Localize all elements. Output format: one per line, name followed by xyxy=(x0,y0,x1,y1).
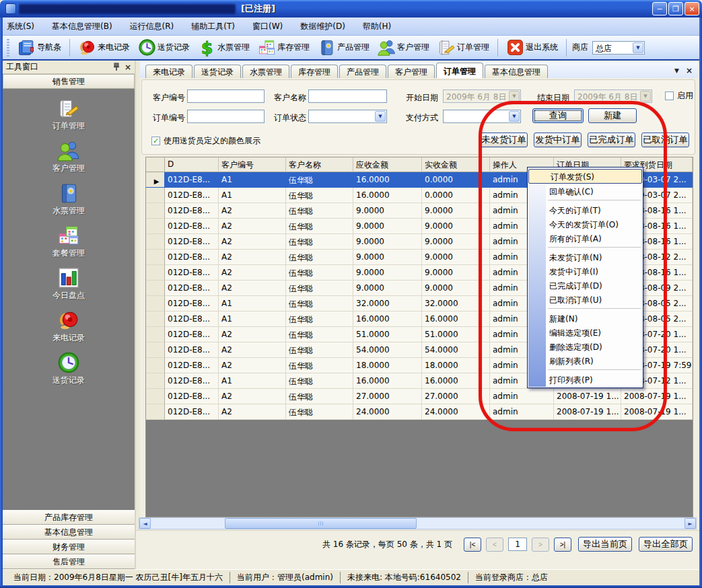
export-current-page-button[interactable]: 导出当前页 xyxy=(578,537,632,552)
menu-print-list[interactable]: 打印列表(P) xyxy=(528,372,643,386)
order-no-input[interactable] xyxy=(187,110,265,123)
menu-window[interactable]: 窗口(W) xyxy=(252,21,283,32)
toolbar-ticket-management[interactable]: 水票管理 xyxy=(195,37,252,58)
close-panel-icon[interactable]: × xyxy=(125,63,131,72)
export-all-pages-button[interactable]: 导出全部页 xyxy=(639,537,693,552)
chevron-down-icon[interactable]: ▼ xyxy=(509,111,520,122)
scroll-right-icon[interactable]: ► xyxy=(685,518,696,529)
row-selector-cell[interactable]: ▶ xyxy=(146,281,165,296)
row-selector-cell[interactable]: ▶ xyxy=(146,296,165,311)
sidebar-item-customer-management[interactable]: 客户管理 xyxy=(52,139,85,182)
customer-name-input[interactable] xyxy=(308,89,387,103)
menu-delete-selected[interactable]: 删除选定项(D) xyxy=(528,339,643,353)
menu-completed-orders[interactable]: 已完成订单(D) xyxy=(528,278,643,292)
menu-data-maintenance[interactable]: 数据维护(D) xyxy=(300,21,345,32)
scroll-left-icon[interactable]: ◄ xyxy=(139,518,151,529)
row-selector-cell[interactable]: ▶ xyxy=(146,188,165,203)
menu-cancelled-orders[interactable]: 已取消订单(U) xyxy=(528,292,643,306)
toolbar-order-management[interactable]: 订单管理 xyxy=(435,37,492,58)
row-selector-cell[interactable]: ▶ xyxy=(146,404,165,420)
sidebar-group-product-inventory[interactable]: 产品库存管理 xyxy=(3,510,135,525)
sidebar-item-package-management[interactable]: 套餐管理 xyxy=(52,224,85,266)
first-page-button[interactable]: |< xyxy=(464,538,481,552)
menu-today-orders[interactable]: 今天的订单(T) xyxy=(528,203,643,217)
row-selector-cell[interactable]: ▶ xyxy=(146,250,165,265)
row-selector-cell[interactable]: ▶ xyxy=(146,342,165,358)
prev-page-button[interactable]: < xyxy=(486,538,503,552)
sidebar-item-order-management[interactable]: 订单管理 xyxy=(52,97,85,139)
col-id[interactable]: D xyxy=(165,157,219,172)
menu-today-shipped-orders[interactable]: 今天的发货订单(O) xyxy=(528,217,643,231)
sidebar-item-ticket-management[interactable]: 水票管理 xyxy=(52,182,85,224)
menu-aux-tools[interactable]: 辅助工具(T) xyxy=(191,21,235,32)
row-selector-cell[interactable]: ▶ xyxy=(146,373,165,389)
new-button[interactable]: 新建 xyxy=(588,108,637,123)
last-page-button[interactable]: >| xyxy=(554,538,571,552)
driver-color-checkbox[interactable]: ✓ xyxy=(151,137,160,145)
toolbar-inventory-management[interactable]: 库存管理 xyxy=(255,37,312,58)
row-selector-cell[interactable]: ▶ xyxy=(146,234,165,250)
color-checkbox-group[interactable]: ✓ 使用送货员定义的颜色展示 xyxy=(151,135,260,147)
row-selector-cell[interactable]: ▶ xyxy=(146,358,165,373)
start-date-picker[interactable]: 2009年 6月 8日 ▼ xyxy=(443,89,521,103)
not-shipped-button[interactable]: 未发货订单 xyxy=(480,133,528,147)
toolbar-exit-system[interactable]: 退出系统 xyxy=(503,37,561,58)
minimize-button[interactable]: ─ xyxy=(652,2,667,15)
col-receivable[interactable]: 应收金额 xyxy=(353,157,422,172)
tab-close-icon[interactable]: × xyxy=(686,66,693,75)
tab-call-records[interactable]: 来电记录 xyxy=(145,65,192,78)
toolbar-call-records[interactable]: 来电记录 xyxy=(75,37,133,58)
sidebar-section-sales[interactable]: 销售管理 xyxy=(3,74,135,89)
tab-list-dropdown-icon[interactable]: ▼ xyxy=(674,67,679,74)
enable-checkbox-group[interactable]: 启用 xyxy=(665,90,693,102)
menu-refresh-list[interactable]: 刷新列表(R) xyxy=(528,353,643,367)
tab-delivery-records[interactable]: 送货记录 xyxy=(194,65,241,78)
menu-run-info[interactable]: 运行信息(R) xyxy=(130,21,174,32)
row-selector-cell[interactable]: ▶ xyxy=(146,311,165,327)
customer-no-input[interactable] xyxy=(187,89,265,103)
menu-basic-info[interactable]: 基本信息管理(B) xyxy=(52,21,112,32)
menu-help[interactable]: 帮助(H) xyxy=(363,21,391,32)
order-status-select[interactable]: ▼ xyxy=(308,110,387,123)
sidebar-group-after-sales[interactable]: 售后管理 xyxy=(3,554,135,569)
menu-shipping-orders[interactable]: 发货中订单(I) xyxy=(528,264,643,278)
toolbar-delivery-records[interactable]: 送货记录 xyxy=(135,37,192,58)
cancelled-button[interactable]: 已取消订单 xyxy=(641,133,689,147)
table-row[interactable]: ▶ 012D-E8... A2 伍华聪 27.0000 27.0000 admi… xyxy=(146,389,693,404)
shipping-button[interactable]: 发货中订单 xyxy=(534,133,582,147)
toolbar-product-management[interactable]: 产品管理 xyxy=(315,37,372,58)
col-customer-name[interactable]: 客户名称 xyxy=(286,157,353,172)
next-page-button[interactable]: > xyxy=(532,538,549,552)
enable-checkbox[interactable] xyxy=(665,91,674,100)
chevron-down-icon[interactable]: ▼ xyxy=(375,111,386,122)
menu-all-orders[interactable]: 所有的订单(A) xyxy=(528,231,643,245)
tab-ticket-management[interactable]: 水票管理 xyxy=(242,65,289,78)
close-button[interactable]: × xyxy=(685,2,699,15)
scroll-thumb[interactable] xyxy=(225,518,417,529)
menu-ship-order[interactable]: 订单发货(S) xyxy=(528,169,642,184)
sidebar-group-finance[interactable]: 财务管理 xyxy=(3,540,135,554)
tab-customer-management[interactable]: 客户管理 xyxy=(388,65,435,78)
horizontal-scrollbar[interactable]: ◄ ► xyxy=(139,517,697,529)
completed-button[interactable]: 已完成订单 xyxy=(588,133,635,147)
row-selector-cell[interactable]: ▶ xyxy=(146,265,165,281)
sidebar-item-delivery-records[interactable]: 送货记录 xyxy=(52,351,85,394)
pin-icon[interactable] xyxy=(112,63,120,72)
table-row[interactable]: ▶ 012D-E8... A2 伍华聪 24.0000 24.0000 admi… xyxy=(146,404,693,420)
toolbar-customer-management[interactable]: 客户管理 xyxy=(375,37,432,58)
menu-receipt-confirm[interactable]: 回单确认(C) xyxy=(528,184,643,198)
row-selector-cell[interactable]: ▶ xyxy=(146,203,165,219)
end-date-picker[interactable]: 2009年 6月 8日 ▼ xyxy=(574,89,652,103)
menu-new[interactable]: 新建(N) xyxy=(528,311,643,325)
toolbar-navigator[interactable]: 导航条 xyxy=(15,37,64,58)
scroll-track[interactable] xyxy=(151,518,685,529)
sidebar-item-today-inventory[interactable]: 今日盘点 xyxy=(52,266,85,309)
menu-edit-selected[interactable]: 编辑选定项(E) xyxy=(528,325,643,339)
shop-select[interactable]: 总店 ▼ xyxy=(592,41,645,54)
col-customer-no[interactable]: 客户编号 xyxy=(219,157,286,172)
col-received[interactable]: 实收金额 xyxy=(422,157,490,172)
splitter[interactable] xyxy=(136,61,140,569)
row-selector-cell[interactable]: ▶ xyxy=(146,327,165,342)
row-selector-cell[interactable]: ▶ xyxy=(146,219,165,234)
menu-system[interactable]: 系统(S) xyxy=(7,21,34,32)
